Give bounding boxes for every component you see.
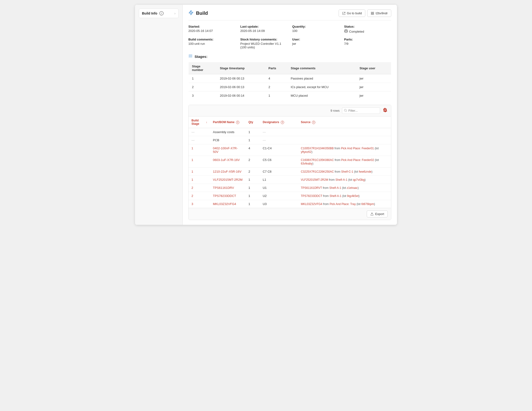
part-name-link[interactable]: 0402-100nF-X7R-50V	[213, 146, 238, 153]
part-name-link[interactable]: 1210-22uF-X5R-16V	[213, 170, 241, 173]
stage-link[interactable]: 1	[191, 178, 193, 182]
stage-link[interactable]: 1	[191, 170, 193, 173]
stage-timestamp-cell: 2019-02-06 00:14	[217, 91, 265, 100]
stage-number-cell: 3	[189, 91, 217, 100]
source-part-link[interactable]: TPS61161DRVT	[301, 186, 322, 190]
filter-input[interactable]	[342, 107, 380, 114]
sidebar-item-build-info[interactable]: Build Info i ›	[139, 9, 179, 18]
svg-rect-4	[345, 31, 347, 32]
designator-value: U1	[263, 186, 267, 190]
list-item: 1 VLF252015MT-2R2M 1 L1 VLF252015MT-2R2M…	[189, 176, 391, 184]
designators-col-label: Designators	[263, 121, 279, 124]
part-name-link[interactable]: 0603-1uF-X7R-16V	[213, 158, 240, 162]
table-row: 2 2019-02-06 00:13 2 ICs placed, except …	[189, 83, 391, 91]
part-name-help-icon: ?	[236, 121, 239, 124]
part-name-link[interactable]: VLF252015MT-2R2M	[213, 178, 242, 182]
stage-link[interactable]: 2	[191, 194, 193, 198]
user-value: jwr	[292, 42, 339, 46]
stage-comments-cell: ICs placed, except for MCU	[287, 83, 356, 91]
source-part-link[interactable]: VLF252015MT-2R2M	[301, 178, 328, 182]
source-location-link[interactable]: Shelf-A-1	[330, 194, 342, 198]
part-name-link[interactable]: TPS78233DDCT	[213, 194, 236, 198]
stage-link[interactable]: 1	[191, 158, 193, 162]
parts-footer: Export	[189, 208, 391, 220]
source-cell: TPS61161DRVT from Shelf-A-1 (lot z1etraa…	[301, 186, 359, 190]
source-location-link[interactable]: Pick And Place: Feeder02	[341, 158, 374, 162]
source-location-link[interactable]: Shelf-C-1	[341, 170, 353, 173]
part-designators-cell: U1	[260, 184, 298, 192]
stage-link[interactable]: 1	[191, 146, 193, 150]
svg-line-9	[346, 111, 346, 111]
part-source-cell	[298, 136, 391, 144]
parts-col-source[interactable]: Source ?	[298, 116, 391, 128]
settings-button[interactable]	[382, 107, 388, 114]
part-qty-cell: 1	[246, 192, 260, 200]
part-name-link[interactable]: TPS61161DRV	[213, 186, 234, 190]
parts-col-designators[interactable]: Designators ?	[260, 116, 298, 128]
stage-user-cell: jwr	[356, 74, 391, 83]
stage-parts-cell: 2	[265, 83, 287, 91]
source-cell: C1608X7R1C105K080AC from Pick And Place:…	[301, 158, 379, 165]
go-to-build-button[interactable]: Go to build	[339, 10, 366, 17]
stage-link[interactable]: 3	[191, 202, 193, 206]
source-part-link[interactable]: C1005X7R1H104K050BB	[301, 147, 334, 150]
part-stage-cell: 1	[189, 168, 210, 176]
source-lot-link[interactable]: z1etraac	[347, 186, 358, 190]
source-location-link[interactable]: Pick And Place: Tray	[330, 202, 356, 206]
source-lot-link[interactable]: qp7vt3bg	[353, 178, 365, 182]
printer-icon	[344, 29, 348, 34]
build-comments-value: 100-unit run	[188, 42, 236, 46]
meta-status: Status: Completed	[344, 25, 391, 34]
part-qty-cell: 2	[246, 156, 260, 168]
source-location-link[interactable]: Shelf-A-1	[335, 178, 347, 182]
source-part-link[interactable]: MKL03Z32VFG4	[301, 202, 322, 206]
part-name-link[interactable]: MKL03Z32VFG4	[213, 202, 236, 206]
source-location-link[interactable]: Pick And Place: Feeder01	[341, 147, 374, 150]
source-lot-link[interactable]: 6t876bpm	[361, 202, 374, 206]
source-lot-link[interactable]: 63vfeaby	[301, 162, 313, 165]
parts-table: Build Stage ↕ Part/BOM Name ? Qty D	[189, 116, 391, 208]
list-item: 2 TPS61161DRV 1 U1 TPS61161DRVT from She…	[189, 184, 391, 192]
source-cell: C3225X7R1C226K250AC from Shelf-C-1 (lot …	[301, 170, 372, 173]
meta-last-update: Last update: 2020-05-16 14:09	[240, 25, 287, 34]
source-part-link[interactable]: TPS78233DDCT	[301, 194, 322, 198]
meta-parts: Parts: 7/9	[344, 38, 391, 49]
part-designators-cell: —	[260, 136, 298, 144]
part-designators-cell: C7 C8	[260, 168, 298, 176]
source-part-link[interactable]: C1608X7R1C105K080AC	[301, 158, 334, 162]
part-source-cell: MKL03Z32VFG4 from Pick And Place: Tray (…	[298, 200, 391, 208]
status-label: Status:	[344, 25, 391, 28]
part-name-cell: MKL03Z32VFG4	[210, 200, 246, 208]
list-item: 2 TPS78233DDCT 1 U2 TPS78233DDCT from Sh…	[189, 192, 391, 200]
stages-icon	[188, 54, 193, 59]
source-lot-link[interactable]: fww6znde	[359, 170, 371, 173]
bolt-icon	[188, 10, 194, 16]
sidebar: Build Info i ›	[135, 5, 183, 225]
stages-col-user: Stage user	[356, 62, 391, 74]
part-stage-cell: —	[189, 136, 210, 144]
last-update-value: 2020-05-16 14:09	[240, 29, 287, 33]
parts-col-name[interactable]: Part/BOM Name ?	[210, 116, 246, 128]
part-qty-cell: 1	[246, 184, 260, 192]
part-qty-cell: 1	[246, 136, 260, 144]
header-actions: Go to build t2bv9ndr	[339, 10, 391, 17]
main-content: Build Go to build	[183, 5, 397, 225]
parts-col-stage[interactable]: Build Stage ↕	[189, 116, 210, 128]
part-stage-cell: 2	[189, 192, 210, 200]
part-source-cell: TPS78233DDCT from Shelf-A-1 (lot 9qy4k5e…	[298, 192, 391, 200]
stages-col-number: Stagenumber	[189, 62, 217, 74]
stages-title: Stages:	[195, 55, 208, 58]
table-row: 1 2019-02-06 00:13 4 Passives placed jwr	[189, 74, 391, 83]
meta-stock-history: Stock history comments: Project WLED Con…	[240, 38, 287, 49]
part-name-cell: VLF252015MT-2R2M	[210, 176, 246, 184]
status-value: Completed	[344, 29, 391, 34]
export-button[interactable]: Export	[367, 210, 388, 217]
source-lot-link[interactable]: 9qy4k5et	[347, 194, 359, 198]
source-part-link[interactable]: C3225X7R1C226K250AC	[301, 170, 334, 173]
source-lot-link[interactable]: yftyez62	[301, 150, 312, 153]
source-location-link[interactable]: Shelf-A-1	[329, 186, 341, 190]
build-id-button[interactable]: t2bv9ndr	[367, 10, 391, 17]
grid-icon	[371, 12, 374, 15]
part-source-cell: C1608X7R1C105K080AC from Pick And Place:…	[298, 156, 391, 168]
stage-link[interactable]: 2	[191, 186, 193, 190]
